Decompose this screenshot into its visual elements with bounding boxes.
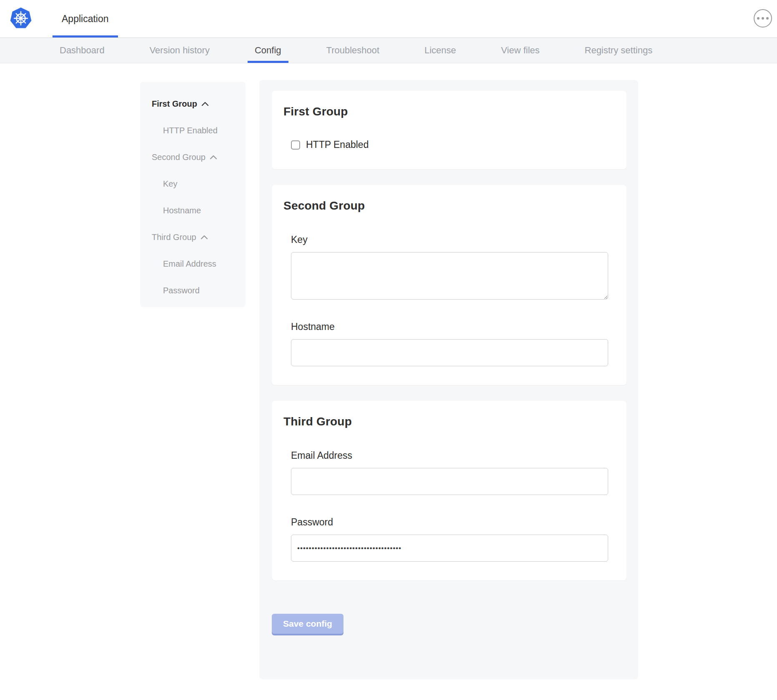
config-form-panel: First Group HTTP Enabled Second Group Ke… bbox=[259, 80, 638, 679]
application-tab-active-underline bbox=[53, 35, 118, 38]
top-header: Application bbox=[0, 0, 777, 38]
hostname-label: Hostname bbox=[291, 321, 608, 332]
sidebar-group-label: Second Group bbox=[152, 152, 206, 162]
tab-license[interactable]: License bbox=[424, 38, 456, 63]
sidebar-group-label: Third Group bbox=[152, 232, 196, 242]
sidebar-item-label: Email Address bbox=[163, 259, 216, 269]
ellipsis-icon bbox=[762, 17, 764, 20]
application-tab[interactable]: Application bbox=[53, 0, 118, 38]
sidebar-item-label: HTTP Enabled bbox=[163, 126, 218, 135]
config-group-card-third: Third Group Email Address Password bbox=[272, 401, 627, 580]
email-address-label: Email Address bbox=[291, 450, 608, 461]
key-label: Key bbox=[291, 234, 608, 245]
app-subnav: Dashboard Version history Config Trouble… bbox=[0, 38, 777, 63]
chevron-up-icon bbox=[201, 102, 209, 106]
sidebar-group-second-group[interactable]: Second Group bbox=[152, 152, 241, 162]
sidebar-group-third-group[interactable]: Third Group bbox=[152, 232, 241, 242]
key-textarea[interactable] bbox=[291, 252, 608, 300]
sidebar-item-label: Key bbox=[163, 179, 177, 189]
overflow-menu-button[interactable] bbox=[754, 9, 772, 28]
subnav-tabs: Dashboard Version history Config Trouble… bbox=[0, 38, 777, 63]
tab-view-files[interactable]: View files bbox=[501, 38, 540, 63]
sidebar-item-http-enabled[interactable]: HTTP Enabled bbox=[152, 126, 241, 135]
tab-registry-settings[interactable]: Registry settings bbox=[585, 38, 653, 63]
ellipsis-icon bbox=[766, 17, 769, 20]
sidebar-item-hostname[interactable]: Hostname bbox=[152, 206, 241, 215]
password-field: Password bbox=[291, 517, 608, 562]
password-input[interactable] bbox=[291, 535, 608, 562]
http-enabled-label[interactable]: HTTP Enabled bbox=[306, 139, 368, 150]
sidebar-item-label: Hostname bbox=[163, 206, 201, 215]
tab-dashboard[interactable]: Dashboard bbox=[60, 38, 105, 63]
http-enabled-field: HTTP Enabled bbox=[291, 139, 608, 150]
key-field: Key bbox=[291, 234, 608, 300]
hostname-field: Hostname bbox=[291, 321, 608, 366]
sidebar-item-email-address[interactable]: Email Address bbox=[152, 259, 241, 269]
ellipsis-icon bbox=[757, 17, 759, 20]
application-tab-label: Application bbox=[62, 13, 109, 25]
config-group-card-first: First Group HTTP Enabled bbox=[272, 91, 627, 169]
config-group-card-second: Second Group Key Hostname bbox=[272, 185, 627, 385]
sidebar-item-key[interactable]: Key bbox=[152, 179, 241, 189]
sidebar-group-first-group[interactable]: First Group bbox=[152, 99, 241, 109]
group-title: First Group bbox=[283, 105, 608, 118]
tab-troubleshoot[interactable]: Troubleshoot bbox=[326, 38, 380, 63]
email-address-input[interactable] bbox=[291, 468, 608, 495]
tab-version-history[interactable]: Version history bbox=[150, 38, 210, 63]
app-logo bbox=[0, 0, 32, 38]
sidebar-item-label: Password bbox=[163, 286, 200, 295]
group-title: Second Group bbox=[283, 199, 608, 212]
http-enabled-checkbox[interactable] bbox=[291, 140, 300, 150]
password-label: Password bbox=[291, 517, 608, 528]
chevron-up-icon bbox=[210, 155, 217, 160]
kubernetes-logo-icon bbox=[10, 7, 32, 30]
chevron-up-icon bbox=[201, 235, 208, 240]
sidebar-group-label: First Group bbox=[152, 99, 197, 109]
sidebar-item-password[interactable]: Password bbox=[152, 286, 241, 295]
group-title: Third Group bbox=[283, 415, 608, 428]
email-address-field: Email Address bbox=[291, 450, 608, 495]
tab-config[interactable]: Config bbox=[255, 38, 281, 63]
save-config-button[interactable]: Save config bbox=[272, 614, 343, 634]
config-outline-sidebar: First Group HTTP Enabled Second Group Ke… bbox=[140, 82, 246, 307]
hostname-input[interactable] bbox=[291, 339, 608, 366]
